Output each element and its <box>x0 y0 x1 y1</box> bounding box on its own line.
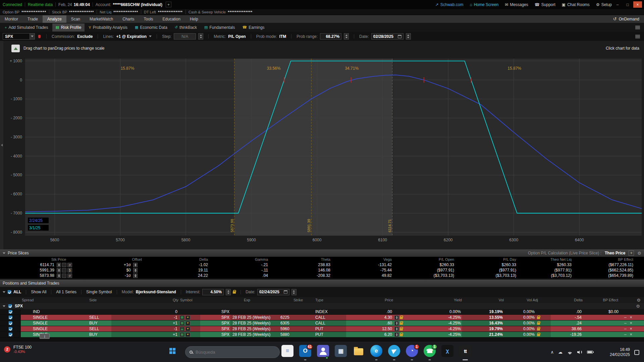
pl-calc-value[interactable]: Theo Price <box>605 251 625 255</box>
slice-mode-badge[interactable]: σ <box>67 274 72 278</box>
minimize-button[interactable]: – <box>613 1 622 8</box>
add-workspace-button[interactable]: + <box>166 2 171 7</box>
chart-left-gutter[interactable] <box>0 41 3 249</box>
menu-item-trade[interactable]: Trade <box>23 15 43 23</box>
calculator-icon[interactable]: ▦ <box>334 345 347 360</box>
row-checkbox[interactable] <box>8 333 12 337</box>
slice-link-icon[interactable] <box>62 268 66 273</box>
position-row-single-5960[interactable]: SINGLESELL-1SPX28 FEB 25 (Weeklys)5960PU… <box>0 326 644 332</box>
notes-icon[interactable]: ≡ <box>281 345 294 360</box>
notification-center-icon[interactable] <box>634 350 639 355</box>
menu-item-help[interactable]: Help <box>185 15 203 23</box>
taskbar-widget[interactable]: 2 FTSE 100 -0.43% <box>4 345 32 354</box>
qty-dropdown-button[interactable] <box>185 321 190 325</box>
whatsapp-icon[interactable]: ☎1 <box>423 345 436 360</box>
stk-price-stepper[interactable] <box>57 263 61 267</box>
menu-item-education[interactable]: Education <box>158 15 185 23</box>
position-row-single-6305[interactable]: SINGLEBUY+1SPX28 FEB 25 (Weeklys)6305CAL… <box>0 320 644 326</box>
realtime-status[interactable]: Realtime data <box>28 2 53 7</box>
remove-trade-button[interactable]: × <box>630 326 632 331</box>
vol-lock-icon[interactable] <box>537 328 540 330</box>
group-checkbox[interactable] <box>8 304 12 308</box>
telegram-icon[interactable] <box>388 345 400 360</box>
start-button[interactable] <box>169 348 175 354</box>
group-gear-icon[interactable] <box>636 304 640 309</box>
taskbar-clock[interactable]: 16:49 24/02/2025 <box>610 347 630 357</box>
menu-item-tools[interactable]: Tools <box>139 15 158 23</box>
slice-link-icon[interactable] <box>62 274 66 278</box>
offset-stepper[interactable] <box>133 274 138 278</box>
remove-trade-button[interactable]: × <box>630 315 632 320</box>
interest-lock-icon[interactable] <box>233 291 236 294</box>
positions-date-stepper[interactable] <box>291 289 297 295</box>
row-reorder-button[interactable] <box>40 334 50 339</box>
home-screen-link[interactable]: ⌂Home Screen <box>470 2 498 7</box>
menu-item-monitor[interactable]: Monitor <box>0 15 23 23</box>
price-lock-icon[interactable] <box>400 334 403 336</box>
people-icon[interactable] <box>317 345 329 360</box>
prob-range-input[interactable]: 68.27% <box>320 33 341 40</box>
step-input[interactable]: N/A <box>174 33 196 40</box>
outlook-icon[interactable]: O61 <box>299 345 312 360</box>
x-app-icon[interactable]: χ <box>441 345 454 360</box>
taskbar-search[interactable] <box>185 346 280 358</box>
show-all-dropdown[interactable]: Show All <box>31 290 46 294</box>
price-lock-icon[interactable] <box>400 322 403 325</box>
step-stepper[interactable] <box>198 33 203 40</box>
row-checkbox[interactable] <box>8 310 12 314</box>
collapse-icon[interactable] <box>3 291 5 293</box>
prob-mode-value[interactable]: ITM <box>279 34 286 39</box>
menu-item-scan[interactable]: Scan <box>66 15 85 23</box>
collapse-icon[interactable] <box>3 305 5 307</box>
chart-image-icon[interactable] <box>11 45 20 52</box>
wifi-icon[interactable] <box>567 350 573 354</box>
prob-range-stepper[interactable] <box>344 33 349 40</box>
position-row-ind-index[interactable]: IND0SPXINDEX.000.00%19.19%0.00%.00$0.00 <box>0 309 644 315</box>
qty-dropdown-button[interactable] <box>185 333 190 337</box>
row-checkbox[interactable] <box>8 327 12 331</box>
tab-probability-analysis[interactable]: YProbability Analysis <box>85 23 131 32</box>
qty-dropdown-button[interactable] <box>185 327 190 331</box>
offset-stepper[interactable] <box>133 263 138 267</box>
beta-weight-icon[interactable] <box>37 35 41 38</box>
price-lock-icon[interactable] <box>400 317 403 319</box>
price-stepper[interactable] <box>394 333 399 337</box>
interest-stepper[interactable] <box>226 289 231 295</box>
qty-dropdown-button[interactable] <box>185 315 190 320</box>
tab-earnings[interactable]: ☎Earnings <box>239 23 268 32</box>
maximize-button[interactable]: □ <box>623 1 632 8</box>
remove-trade-button[interactable]: × <box>630 321 632 325</box>
offset-stepper[interactable] <box>133 268 138 273</box>
vol-lock-icon[interactable] <box>537 317 540 319</box>
price-slices-gear-icon[interactable] <box>637 251 641 256</box>
price-stepper[interactable] <box>394 315 399 320</box>
messages-link[interactable]: ✉Messages <box>505 2 528 7</box>
slice-link-icon[interactable] <box>62 263 66 267</box>
setup-link[interactable]: ⚙Setup <box>596 2 612 7</box>
qty-menu-button[interactable] <box>180 315 184 320</box>
add-price-slice-button[interactable]: + <box>629 250 634 256</box>
account-selector[interactable]: *****668SCHW (Individual) <box>113 2 162 7</box>
collapse-icon[interactable] <box>3 252 5 254</box>
price-slice-row[interactable]: 6114.71σ+1σ-1.02-.21238.83-131.42$260.33… <box>0 262 644 267</box>
row-checkbox[interactable] <box>8 315 12 319</box>
positions-date-input[interactable]: 02/24/2025 <box>257 289 289 295</box>
tab-risk-profile[interactable]: ▮▮Risk Profile <box>52 23 85 32</box>
series-dropdown[interactable]: All 1 Series <box>56 290 76 294</box>
stk-price-stepper[interactable] <box>57 274 61 278</box>
edge-icon[interactable]: e <box>370 345 383 360</box>
risk-profile-chart[interactable]: + 10000- 1000- 2000- 3000- 4000- 5000- 6… <box>0 41 644 249</box>
positions-group-row[interactable]: SPX <box>0 303 644 309</box>
stk-price-stepper[interactable] <box>57 268 61 273</box>
chat-app-icon[interactable]: ◔1 <box>406 345 418 360</box>
positions-gear-icon[interactable] <box>637 298 641 303</box>
tab-add-simulated-trades[interactable]: +Add Simulated Trades <box>1 23 52 32</box>
expiration-date-input[interactable]: 02/28/2025 <box>371 33 404 40</box>
lines-value[interactable]: +1 @ Expiration <box>116 34 147 39</box>
menu-item-analyze[interactable]: Analyze <box>43 15 66 23</box>
remove-trade-button[interactable]: × <box>630 332 632 337</box>
tabs-menu-icon[interactable] <box>635 26 640 29</box>
price-slice-row[interactable]: 5873.98σ-1σ24.22.04-208.3249.82($3,703.1… <box>0 273 644 278</box>
symbol-dropdown[interactable]: SPX <box>3 33 35 40</box>
date-stepper[interactable] <box>406 33 411 40</box>
